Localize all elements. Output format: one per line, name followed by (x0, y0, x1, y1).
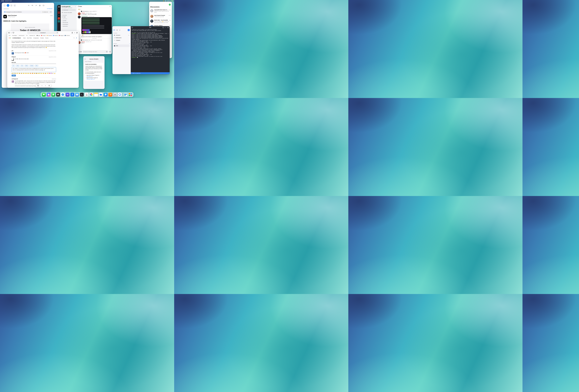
dock-files-icon[interactable] (99, 93, 103, 96)
dock-messenger-icon[interactable] (47, 93, 51, 96)
submit-reply-button[interactable]: Valider (11, 75, 16, 77)
discord-home-icon[interactable] (58, 6, 60, 8)
user-avatar[interactable] (78, 12, 81, 15)
bookmark-apple[interactable]: Apple (37, 35, 40, 36)
channel-item-regles[interactable]: ≣règles (62, 16, 76, 18)
format-strike-button[interactable]: Barré (35, 65, 39, 67)
share-icon[interactable] (72, 32, 73, 33)
post-author[interactable]: LolYangccool (11, 78, 18, 80)
bookmark-consomac[interactable]: Consomac (47, 35, 52, 36)
dock-photos-icon[interactable] (89, 93, 93, 96)
server-avatar[interactable]: W (58, 14, 60, 17)
channel-item-youtube[interactable]: #youtube (62, 20, 76, 21)
channel-item-presentation[interactable]: #presentation (62, 23, 76, 25)
more-menu-icon[interactable]: ⋯ (150, 4, 151, 5)
server-avatar[interactable] (58, 20, 60, 22)
server-avatar[interactable]: OL (58, 8, 60, 11)
dock-discord-icon[interactable] (56, 93, 60, 96)
nav-comparateur[interactable]: Comparateur (33, 37, 39, 39)
dock-facebook-icon[interactable]: f (71, 93, 74, 96)
format-underline-button[interactable]: Souligné (29, 65, 34, 67)
back-button[interactable]: ‹ (11, 32, 11, 34)
channel-item-annonces[interactable]: #annonces (62, 18, 76, 20)
format-italic-button[interactable]: Italique (24, 65, 29, 67)
emoji-icon[interactable] (106, 51, 107, 52)
trash-icon[interactable] (39, 5, 41, 6)
dock-terminal-icon[interactable]: >_ (80, 93, 84, 96)
bookmark-facebook[interactable]: Facebook (53, 35, 58, 36)
server-search[interactable]: Rechercher (62, 9, 76, 11)
forward-icon[interactable] (35, 5, 37, 6)
server-header[interactable]: YvesRougyFR ✓ ∨ (62, 6, 76, 7)
user-avatar[interactable] (11, 58, 14, 61)
code-icon[interactable]: </> (165, 27, 166, 28)
dock-whatsapp-icon[interactable] (51, 93, 55, 96)
back-button[interactable]: ‹ (84, 58, 86, 60)
discussion-row[interactable]: Jean-François Pasquier15:04 ↩Salut Jeff,… (149, 14, 172, 19)
beta-program-link[interactable]: beta.apple.com (87, 76, 93, 77)
format-link-button[interactable]: Lien (11, 65, 15, 67)
help-icon[interactable] (116, 29, 118, 31)
chevron-down-icon[interactable]: ∨ (45, 85, 46, 86)
window-handle-icon[interactable]: ⋯ (114, 27, 130, 28)
window-options-button[interactable]: ⋯ (3, 4, 6, 7)
sessions-section-label[interactable]: Sessions∨ (114, 43, 130, 44)
user-account-icon[interactable] (76, 37, 77, 39)
reaction-chip[interactable]: 😂1 (78, 9, 81, 10)
author-name[interactable]: Yorzian (81, 12, 85, 13)
reply-icon[interactable] (28, 5, 30, 6)
consomac-logo-icon[interactable] (9, 38, 11, 38)
previous-message-button[interactable]: ∨ (10, 4, 13, 7)
gift-icon[interactable] (80, 51, 82, 52)
nav-bons-plans[interactable]: Bons Plans (27, 37, 32, 39)
move-to-folder-icon[interactable] (43, 5, 44, 6)
emoji-picker-row[interactable]: 😂 🤣 😄 😁 😆 😅 😊 🙂 😉 😌 😍 🥰 😘 😎 🤗 😇 🙃 😋 😛 💛 … (11, 73, 56, 74)
user-avatar[interactable] (11, 52, 14, 54)
chevron-up-icon[interactable]: ∧ (42, 85, 42, 86)
terminal-screenshot-attachment[interactable] (81, 17, 112, 34)
dock-notes-icon[interactable] (94, 93, 98, 96)
dock-downloads-folder-icon[interactable]: ↓ (124, 93, 128, 96)
dock-mail-icon[interactable] (75, 93, 79, 96)
summarize-button[interactable]: Résumer (47, 8, 53, 9)
channel-search-button[interactable] (109, 6, 111, 7)
microphone-icon[interactable] (49, 85, 50, 86)
author-name[interactable]: Yorzian (81, 41, 85, 42)
nav-produits[interactable]: Produits (40, 37, 44, 39)
reply-all-icon[interactable] (32, 5, 33, 6)
reload-icon[interactable] (57, 32, 58, 33)
address-bar[interactable]: consomac.fr (27, 32, 59, 34)
dock-messages-icon[interactable] (42, 93, 46, 96)
keyboard-icon[interactable] (162, 27, 164, 28)
dock-mastodon-icon[interactable]: m (66, 93, 70, 96)
next-message-button[interactable]: ∧ (13, 4, 16, 7)
site-name[interactable]: CONSOMAC (12, 37, 21, 39)
discussion-row[interactable]: SBLVE2026 SBLVE 2026 – Tous EnsembleHier… (149, 19, 172, 24)
close-banner-icon[interactable]: ✕ (50, 11, 52, 13)
browse-channels-item[interactable]: Chercher des salons (62, 12, 76, 13)
dock-browser-ring-icon[interactable] (118, 93, 122, 96)
sidebar-item-snippets[interactable]: </> Snippets (114, 39, 130, 42)
format-bold-button[interactable]: Gras (20, 65, 24, 67)
bookmark-folder[interactable]: Impression 3D∨ (29, 35, 36, 36)
window-handle-icon[interactable]: ⋯ (149, 2, 172, 4)
terminal-output[interactable]: 9 additional security updates can be app… (131, 29, 170, 72)
user-avatar[interactable] (11, 80, 14, 82)
bookmark-folder[interactable]: LAN∨ (8, 35, 11, 36)
post-author[interactable]: pim (11, 50, 13, 52)
microphone-icon[interactable] (109, 51, 111, 53)
bookmark-youtube[interactable]: YouTube (41, 35, 46, 36)
reply-editor[interactable]: J'ai « simulé » un environnement multi-s… (11, 67, 56, 72)
active-session-icon[interactable] (128, 29, 130, 31)
new-tab-icon[interactable]: + (74, 32, 75, 34)
server-avatar[interactable] (58, 17, 60, 20)
nav-forums[interactable]: Forums (45, 37, 48, 39)
dock-app-library-icon[interactable] (128, 93, 132, 96)
bookmark-folder[interactable]: Services perso∨ (19, 35, 25, 36)
channel-item-liens-du-live[interactable]: #liens-du-live (62, 21, 76, 23)
panel-toggle-icon[interactable] (114, 29, 115, 31)
done-button[interactable] (7, 4, 9, 7)
post-author[interactable]: Philgood (11, 56, 16, 58)
more-options-icon[interactable] (167, 27, 169, 28)
bolt-icon[interactable] (119, 29, 120, 31)
